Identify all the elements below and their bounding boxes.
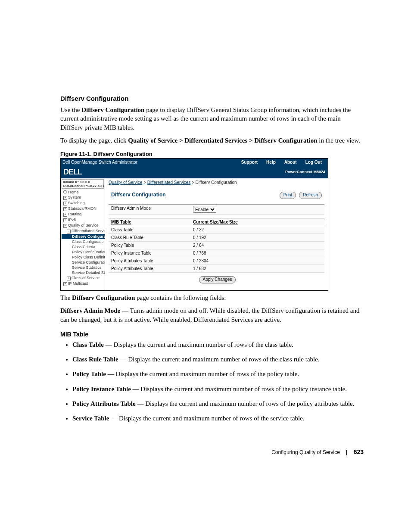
table-row: Class Table 0 / 32 — [109, 226, 324, 234]
mib-name: Class Rule Table — [111, 235, 193, 240]
product-label: PowerConnect M8024 — [285, 170, 325, 174]
inband-ip: Inband IP:0.0.0.0 — [63, 180, 103, 184]
tree-ipv6[interactable]: +IPv6 — [62, 217, 105, 223]
nav-logout[interactable]: Log Out — [301, 160, 326, 165]
bullet-bold: Policy Attributes Table — [72, 400, 136, 407]
crumb-diffserv[interactable]: Differentiated Services — [147, 180, 190, 185]
figure-caption: Figure 11-1. Diffserv Configuration — [60, 151, 364, 157]
mib-name: Policy Instance Table — [111, 251, 193, 255]
content-pane: Quality of Service > Differentiated Serv… — [105, 178, 328, 290]
mib-name: Policy Attributes Table — [111, 258, 193, 263]
refresh-button[interactable]: Refresh — [299, 192, 322, 199]
page-number: 623 — [354, 448, 364, 455]
mib-name: Policy Table — [111, 243, 193, 248]
bullet-bold: Class Rule Table — [72, 356, 118, 363]
tree-routing[interactable]: +Routing — [62, 212, 105, 217]
list-item: Class Rule Table — Displays the current … — [72, 355, 364, 364]
mib-header-col1: MIB Table — [111, 220, 193, 224]
tree-policy-config[interactable]: Policy Configuration — [62, 249, 105, 255]
nav-support[interactable]: Support — [237, 160, 262, 165]
section-heading: Diffserv Configuration — [60, 95, 364, 102]
bullet-text: — Displays the current and maximum numbe… — [131, 386, 347, 392]
tree-home[interactable]: 🖵 Home — [62, 190, 105, 195]
bullet-bold: Policy Instance Table — [72, 386, 131, 392]
tree-service-stats[interactable]: Service Statistics — [62, 265, 105, 270]
bullet-text: — Displays the current and maximum numbe… — [104, 341, 293, 348]
app-titlebar: Dell OpenManage Switch Administrator Sup… — [61, 159, 328, 165]
mib-table-heading: MIB Table — [60, 331, 364, 338]
text-bold: Diffserv Configuration — [72, 294, 135, 301]
after-paragraph-1: The Diffserv Configuration page contains… — [60, 293, 364, 302]
intro-paragraph-2: To display the page, click Quality of Se… — [60, 136, 364, 145]
nav-help[interactable]: Help — [262, 160, 280, 165]
mib-val: 0 / 2304 — [193, 258, 322, 263]
panel-title: Diffserv Configuration — [111, 192, 166, 198]
list-item: Class Table — Displays the current and m… — [72, 340, 364, 349]
breadcrumb: Quality of Service > Differentiated Serv… — [109, 180, 324, 185]
mib-val: 2 / 64 — [193, 243, 322, 248]
crumb-current: Diffserv Configuration — [196, 180, 237, 185]
tree-diffserv[interactable]: −Differentiated Services — [62, 228, 105, 234]
list-item: Policy Attributes Table — Displays the c… — [72, 399, 364, 408]
tree-diffserv-config[interactable]: Diffserv Configurat — [62, 234, 105, 239]
bullet-text: — Displays the current and maximum numbe… — [106, 370, 299, 377]
mib-name: Class Table — [111, 227, 193, 232]
page-footer: Configuring Quality of Service 623 — [60, 448, 364, 455]
text: To display the page, click — [60, 137, 128, 144]
tree-class-config[interactable]: Class Configuration — [62, 239, 105, 244]
table-row: Policy Table 2 / 64 — [109, 242, 324, 249]
list-item: Policy Table — Displays the current and … — [72, 370, 364, 378]
bullet-bold: Policy Table — [72, 370, 106, 377]
tree-cos[interactable]: +Class of Service — [62, 275, 105, 281]
bullet-text: — Displays the current and maximum numbe… — [136, 400, 355, 407]
mib-header-col2: Current Size/Max Size — [193, 220, 322, 224]
tree-qos[interactable]: −Quality of Service — [62, 223, 105, 228]
bullet-bold: Class Table — [72, 341, 104, 348]
footer-section: Configuring Quality of Service — [271, 449, 340, 455]
intro-paragraph-1: Use the Diffserv Configuration page to d… — [60, 106, 364, 132]
tree-service-detail[interactable]: Service Detailed Sta — [62, 270, 105, 275]
tree-stats[interactable]: +Statistics/RMON — [62, 206, 105, 212]
text-bold: Diffserv Admin Mode — [60, 307, 120, 314]
list-item: Service Table — Displays the current and… — [72, 414, 364, 423]
bullet-text: — Displays the current and maximum numbe… — [109, 415, 304, 422]
mib-val: 0 / 32 — [193, 227, 322, 232]
text: page contains the following fields: — [135, 294, 226, 301]
text-bold: Diffserv Configuration — [81, 106, 144, 113]
nav-about[interactable]: About — [280, 160, 301, 165]
list-item: Policy Instance Table — Displays the cur… — [72, 385, 364, 393]
tree-service-config[interactable]: Service Configuratio — [62, 260, 105, 265]
oob-ip: Out-of-band IP:10.27.5.31 — [63, 184, 103, 188]
text: Use the — [60, 106, 81, 113]
admin-mode-select[interactable]: Enable — [193, 206, 216, 213]
text: The — [60, 294, 72, 301]
ip-box: Inband IP:0.0.0.0 Out-of-band IP:10.27.5… — [62, 179, 104, 189]
table-row: Policy Attributes Table 0 / 2304 — [109, 257, 324, 265]
tree-system[interactable]: +System — [62, 195, 105, 200]
table-row: Class Rule Table 0 / 192 — [109, 234, 324, 242]
table-row: Policy Attributes Table 1 / 682 — [109, 265, 324, 273]
app-title: Dell OpenManage Switch Administrator — [62, 160, 137, 165]
mib-val: 0 / 768 — [193, 251, 322, 255]
bullet-list: Class Table — Displays the current and m… — [72, 340, 364, 423]
table-row: Policy Instance Table 0 / 768 — [109, 249, 324, 257]
embedded-screenshot: Dell OpenManage Switch Administrator Sup… — [60, 158, 328, 291]
tree-ip-multicast[interactable]: +IP Multicast — [62, 281, 105, 286]
mib-val: 1 / 682 — [193, 266, 322, 271]
logo-row: DELL PowerConnect M8024 — [61, 165, 328, 178]
bullet-text: — Displays the current and maximum numbe… — [118, 356, 320, 363]
admin-mode-label: Diffserv Admin Mode — [111, 206, 193, 213]
tree-policy-class-def[interactable]: Policy Class Definit — [62, 255, 105, 260]
mib-name: Policy Attributes Table — [111, 266, 193, 271]
apply-changes-button[interactable]: Apply Changes — [199, 276, 236, 283]
crumb-qos[interactable]: Quality of Service — [109, 180, 142, 185]
tree-class-criteria[interactable]: Class Criteria — [62, 244, 105, 249]
print-button[interactable]: Print — [280, 192, 296, 199]
text-bold: Quality of Service > Differentiated Serv… — [128, 137, 317, 144]
dell-logo: DELL — [63, 168, 82, 177]
bullet-bold: Service Table — [72, 415, 109, 422]
nav-tree: Inband IP:0.0.0.0 Out-of-band IP:10.27.5… — [61, 178, 105, 290]
after-paragraph-2: Diffserv Admin Mode — Turns admin mode o… — [60, 306, 364, 324]
tree-switching[interactable]: +Switching — [62, 200, 105, 206]
mib-val: 0 / 192 — [193, 235, 322, 240]
